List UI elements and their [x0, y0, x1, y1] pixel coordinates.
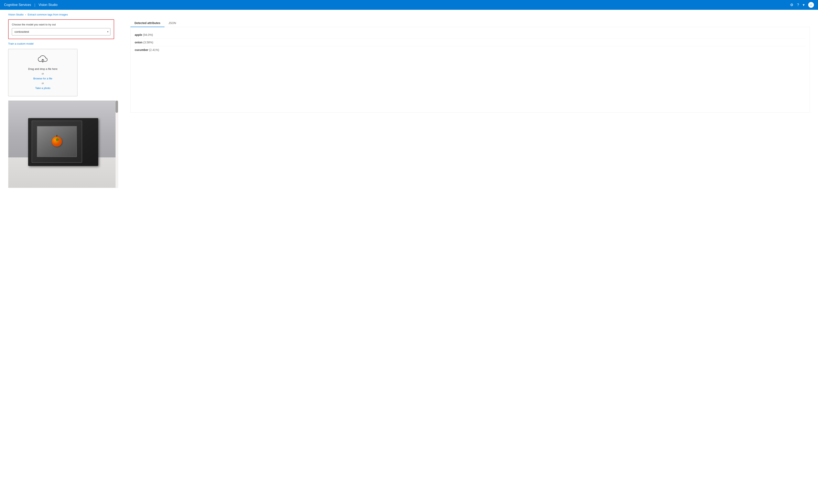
tab-json[interactable]: JSON	[164, 19, 180, 27]
upload-or-1: or	[42, 72, 44, 75]
breadcrumb-current[interactable]: Extract common tags from images	[28, 13, 68, 16]
breadcrumb-home[interactable]: Vision Studio	[8, 13, 24, 16]
tab-detected-attributes[interactable]: Detected attributes	[130, 19, 164, 27]
attributes-panel: apple (94.0%) onion (3.58%) cucumber (2.…	[130, 27, 810, 113]
upload-text: Drag and drop a file here or Browse for …	[12, 67, 73, 90]
avatar-icon: ☺	[809, 3, 813, 7]
take-photo-link[interactable]: Take a photo	[35, 87, 50, 90]
breadcrumb-separator: ›	[25, 13, 26, 16]
results-tabs: Detected attributes JSON	[130, 19, 810, 27]
attribute-row-onion: onion (3.58%)	[135, 39, 806, 46]
dropdown-icon[interactable]: ▾	[803, 3, 805, 7]
image-preview-container	[8, 100, 118, 188]
nav-divider: |	[34, 3, 35, 7]
upload-cloud-icon	[12, 55, 73, 65]
brand-label: Cognitive Services	[4, 3, 31, 7]
attribute-name-cucumber: cucumber	[135, 48, 148, 52]
microwave-image	[8, 101, 118, 188]
scrollbar-track[interactable]	[115, 101, 118, 188]
attribute-name-onion: onion	[135, 41, 142, 44]
attribute-score-apple: (94.0%)	[143, 33, 153, 36]
settings-icon[interactable]: ⚙	[790, 3, 793, 7]
left-panel: Choose the model you want to try out con…	[8, 19, 122, 188]
model-box-label: Choose the model you want to try out	[12, 23, 110, 26]
train-custom-model-link[interactable]: Train a custom model	[8, 42, 34, 45]
attribute-row-cucumber: cucumber (2.41%)	[135, 46, 806, 54]
scrollbar-thumb[interactable]	[115, 101, 118, 113]
model-select[interactable]: contosotest model-v2 general-model	[12, 28, 110, 35]
microwave-window	[37, 126, 77, 157]
browse-file-link[interactable]: Browse for a file	[33, 77, 52, 80]
main-content: Choose the model you want to try out con…	[0, 18, 818, 196]
drag-drop-label: Drag and drop a file here	[28, 67, 57, 70]
attribute-score-onion: (3.58%)	[143, 41, 153, 44]
file-upload-area[interactable]: Drag and drop a file here or Browse for …	[8, 49, 77, 96]
upload-or-2: or	[42, 82, 44, 85]
help-icon[interactable]: ?	[797, 3, 799, 7]
microwave-body	[28, 118, 98, 166]
microwave-door	[32, 121, 82, 163]
product-label: Vision Studio	[39, 3, 57, 7]
attribute-name-apple: apple	[135, 33, 142, 36]
top-navigation-bar: Cognitive Services | Vision Studio ⚙ ? ▾…	[0, 0, 818, 10]
model-selection-box: Choose the model you want to try out con…	[8, 19, 114, 39]
breadcrumb: Vision Studio › Extract common tags from…	[0, 10, 818, 18]
attribute-row-apple: apple (94.0%)	[135, 31, 806, 39]
apple-object	[52, 136, 62, 147]
right-panel: Detected attributes JSON apple (94.0%) o…	[130, 19, 810, 188]
attribute-score-cucumber: (2.41%)	[149, 48, 159, 52]
model-select-wrapper: contosotest model-v2 general-model ▾	[12, 28, 110, 35]
user-avatar[interactable]: ☺	[808, 2, 814, 8]
